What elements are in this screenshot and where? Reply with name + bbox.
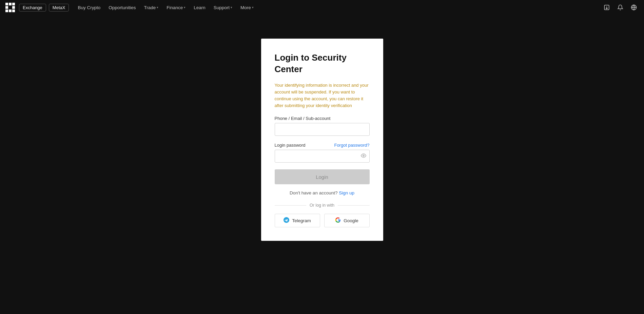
warning-message: Your identifying information is incorrec…: [275, 82, 370, 109]
password-field-label: Login password Forgot password?: [275, 143, 370, 148]
phone-field-label: Phone / Email / Sub-account: [275, 116, 370, 121]
login-card: Login to Security Center Your identifyin…: [261, 39, 383, 241]
phone-email-input[interactable]: [275, 123, 370, 136]
or-divider: Or log in with: [275, 203, 370, 208]
okx-logo[interactable]: [5, 3, 15, 12]
login-button[interactable]: Login: [275, 169, 370, 184]
phone-input-wrapper: [275, 123, 370, 136]
or-line-left: [275, 205, 307, 206]
telegram-login-button[interactable]: Telegram: [275, 214, 320, 227]
navbar: Exchange MetaX Buy Crypto Opportunities …: [0, 0, 644, 15]
tab-exchange[interactable]: Exchange: [19, 4, 46, 12]
google-label: Google: [344, 218, 358, 223]
svg-point-3: [363, 155, 364, 156]
nav-finance[interactable]: Finance ▾: [163, 4, 189, 12]
password-input[interactable]: [275, 150, 370, 163]
tab-metax[interactable]: MetaX: [49, 4, 69, 12]
support-chevron-icon: ▾: [231, 6, 232, 9]
more-chevron-icon: ▾: [252, 6, 254, 9]
download-icon[interactable]: [602, 3, 611, 12]
nav-trade[interactable]: Trade ▾: [140, 4, 162, 12]
password-input-wrapper: [275, 150, 370, 163]
forgot-password-link[interactable]: Forgot password?: [334, 143, 369, 148]
google-login-button[interactable]: Google: [324, 214, 370, 227]
main-content: Login to Security Center Your identifyin…: [0, 15, 644, 314]
or-line-right: [338, 205, 370, 206]
login-title: Login to Security Center: [275, 52, 370, 75]
nav-more[interactable]: More ▾: [237, 4, 257, 12]
or-text: Or log in with: [310, 203, 334, 208]
signup-row: Don't have an account? Sign up: [275, 190, 370, 195]
nav-buy-crypto[interactable]: Buy Crypto: [74, 4, 104, 12]
telegram-label: Telegram: [292, 218, 311, 223]
finance-chevron-icon: ▾: [184, 6, 186, 9]
google-icon: [335, 217, 341, 224]
nav-support[interactable]: Support ▾: [210, 4, 236, 12]
nav-learn[interactable]: Learn: [190, 4, 209, 12]
telegram-icon: [284, 217, 289, 224]
nav-links: Buy Crypto Opportunities Trade ▾ Finance…: [74, 4, 599, 12]
nav-right-icons: [602, 3, 639, 12]
globe-icon[interactable]: [629, 3, 639, 12]
trade-chevron-icon: ▾: [157, 6, 158, 9]
show-password-icon[interactable]: [361, 153, 366, 160]
bell-icon[interactable]: [616, 3, 625, 12]
social-buttons: Telegram Google: [275, 214, 370, 227]
nav-opportunities[interactable]: Opportunities: [105, 4, 139, 12]
sign-up-link[interactable]: Sign up: [339, 190, 354, 195]
